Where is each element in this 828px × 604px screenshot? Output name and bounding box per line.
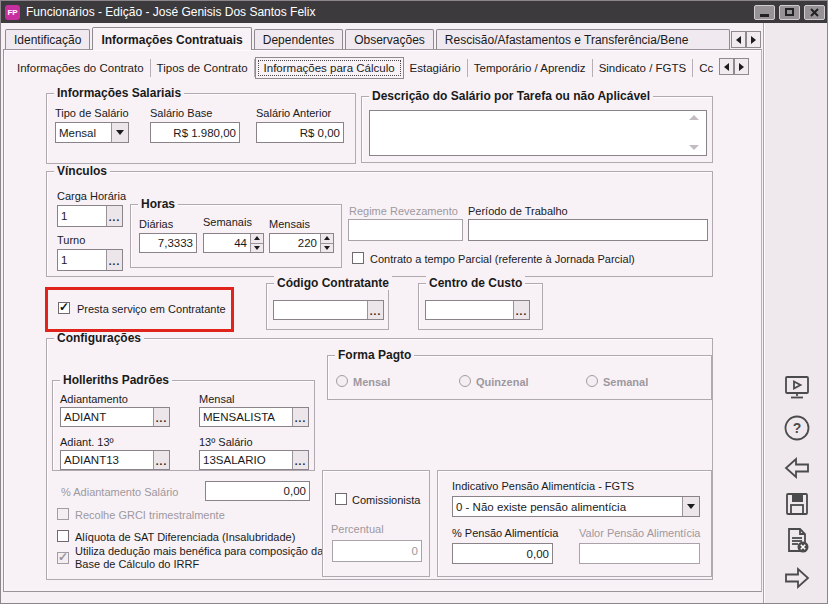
adiant-13-input[interactable]: ADIANT13 ... — [60, 450, 170, 470]
titlebar: FP Funcionários - Edição - José Genisis … — [1, 1, 828, 23]
adiantamento-lookup-button[interactable]: ... — [153, 408, 169, 426]
subtab-tipos-de-contrato[interactable]: Tipos de Contrato — [151, 59, 255, 77]
spin-up-icon — [324, 236, 330, 240]
mensal-lookup-button[interactable]: ... — [292, 408, 308, 426]
pct-pensao-input[interactable]: 0,00 — [452, 543, 553, 564]
codigo-contratante-lookup-button[interactable]: ... — [367, 301, 383, 319]
arrow-left-icon — [782, 455, 812, 481]
turno-lookup-button[interactable]: ... — [106, 250, 122, 270]
save-button[interactable] — [781, 488, 813, 520]
comissionista-label: Comissionista — [352, 494, 420, 506]
codigo-contratante-input[interactable]: ... — [273, 300, 384, 320]
pct-adiantamento-input[interactable]: 0,00 — [205, 481, 310, 501]
group-title: Informações Salariais — [54, 86, 184, 100]
monitor-play-icon — [782, 374, 812, 402]
subtab-truncated[interactable]: Cc — [693, 59, 719, 77]
close-icon — [810, 8, 819, 17]
close-button[interactable] — [804, 5, 825, 20]
group-title: Holleriths Padrões — [60, 373, 172, 387]
group-pensao-alimenticia: Indicativo Pensão Alimentícia - FGTS 0 -… — [437, 470, 712, 577]
group-horas: Horas Diárias 7,3333 Semanais 44 Mensais… — [130, 204, 342, 268]
turno-label: Turno — [57, 234, 85, 246]
mensais-input[interactable]: 220 — [269, 233, 334, 253]
dropdown-button[interactable] — [111, 123, 128, 142]
salario-13-label: 13º Salário — [199, 436, 253, 448]
subtab-estagiario[interactable]: Estagiário — [404, 59, 468, 77]
salario-13-lookup-button[interactable]: ... — [292, 451, 308, 469]
subtab-informacoes-para-calculo[interactable]: Informações para Cálculo — [255, 57, 404, 79]
mensal-input[interactable]: MENSALISTA ... — [199, 407, 309, 427]
forma-mensal-label: Mensal — [353, 376, 390, 388]
main-tabs-scroll-right-button[interactable] — [746, 31, 761, 48]
percentual-input[interactable]: 0 — [332, 540, 422, 562]
centro-de-custo-input[interactable]: ... — [425, 300, 530, 320]
regime-revezamento-input[interactable] — [348, 219, 463, 241]
back-button[interactable] — [781, 452, 813, 484]
scroll-up-icon[interactable] — [689, 115, 699, 120]
group-title: Configurações — [54, 331, 144, 345]
dropdown-button[interactable] — [682, 497, 699, 516]
forma-semanal-radio[interactable] — [586, 375, 598, 387]
group-title: Centro de Custo — [426, 276, 525, 290]
valor-pensao-input[interactable] — [579, 543, 700, 564]
group-codigo-contratante: Código Contratante ... — [266, 283, 389, 330]
minimize-button[interactable] — [754, 5, 775, 20]
group-holleriths-padroes: Holleriths Padrões Adiantamento ADIANT .… — [52, 380, 315, 471]
subtab-sindicato-fgts[interactable]: Sindicato / FGTS — [593, 59, 694, 77]
tab-dependentes[interactable]: Dependentes — [254, 29, 343, 49]
forma-quinzenal-radio[interactable] — [459, 375, 471, 387]
carga-horaria-input[interactable]: 1 ... — [57, 205, 123, 227]
adiantamento-input[interactable]: ADIANT ... — [60, 407, 170, 427]
grci-checkbox[interactable] — [57, 508, 69, 520]
percentual-label: Percentual — [331, 523, 384, 535]
valor-pensao-label: Valor Pensão Alimentícia — [579, 527, 700, 539]
salario-13-input[interactable]: 13SALARIO ... — [199, 450, 309, 470]
arrow-right-icon — [782, 565, 812, 591]
help-button[interactable]: ? — [781, 412, 813, 444]
diarias-input[interactable]: 7,3333 — [139, 233, 197, 253]
centro-de-custo-lookup-button[interactable]: ... — [513, 301, 529, 319]
forward-button[interactable] — [781, 562, 813, 594]
semanais-spinner[interactable] — [250, 234, 263, 252]
carga-horaria-lookup-button[interactable]: ... — [106, 206, 122, 226]
sub-tabs-scroll-right-button[interactable] — [734, 58, 749, 75]
tipo-salario-select[interactable]: Mensal — [55, 122, 129, 143]
indicativo-pensao-select[interactable]: 0 - Não existe pensão alimentícia — [452, 496, 700, 517]
maximize-button[interactable] — [779, 5, 800, 20]
presta-servico-checkbox[interactable] — [58, 302, 70, 314]
group-descricao-salario: Descrição do Salário por Tarefa ou não A… — [361, 96, 713, 163]
tab-informacoes-contratuais[interactable]: Informações Contratuais — [92, 27, 251, 50]
salario-base-input[interactable]: R$ 1.980,00 — [150, 122, 240, 143]
adiant-13-lookup-button[interactable]: ... — [153, 451, 169, 469]
sat-checkbox[interactable] — [57, 530, 69, 542]
tab-identificacao[interactable]: Identificação — [5, 29, 90, 49]
forma-mensal-radio[interactable] — [336, 375, 348, 387]
mensais-spinner[interactable] — [320, 234, 333, 252]
scroll-left-icon — [736, 36, 741, 44]
salario-anterior-input[interactable]: R$ 0,00 — [256, 122, 344, 143]
irrf-checkbox[interactable] — [57, 552, 69, 564]
comissionista-checkbox[interactable] — [335, 493, 347, 505]
periodo-trabalho-label: Período de Trabalho — [468, 205, 568, 217]
contrato-parcial-checkbox[interactable] — [352, 252, 364, 264]
help-icon: ? — [783, 414, 811, 442]
pct-pensao-label: % Pensão Alimentícia — [452, 527, 558, 539]
tab-observacoes[interactable]: Observações — [345, 29, 434, 49]
subtab-temporario-aprendiz[interactable]: Temporário / Aprendiz — [468, 59, 593, 77]
salario-base-label: Salário Base — [150, 107, 212, 119]
subtab-informacoes-do-contrato[interactable]: Informações do Contrato — [11, 59, 151, 77]
descricao-textarea[interactable] — [369, 110, 707, 156]
scroll-down-icon[interactable] — [689, 145, 699, 150]
tab-rescisao-afastamentos[interactable]: Rescisão/Afastamentos e Transferência/Be… — [436, 29, 730, 49]
turno-input[interactable]: 1 ... — [57, 249, 123, 271]
cancel-button[interactable] — [781, 524, 813, 556]
funcionarios-window: FP Funcionários - Edição - José Genisis … — [0, 0, 828, 604]
semanais-input[interactable]: 44 — [203, 233, 264, 253]
group-informacoes-salariais: Informações Salariais Tipo de Salário Me… — [46, 93, 356, 164]
presta-servico-label: Presta serviço em Contratante — [77, 303, 226, 315]
run-button[interactable] — [781, 372, 813, 404]
periodo-trabalho-input[interactable] — [468, 219, 708, 241]
window-title: Funcionários - Edição - José Genisis Dos… — [26, 5, 315, 19]
main-tabs-scroll-left-button[interactable] — [731, 31, 746, 48]
sub-tabs-scroll-left-button[interactable] — [719, 58, 734, 75]
